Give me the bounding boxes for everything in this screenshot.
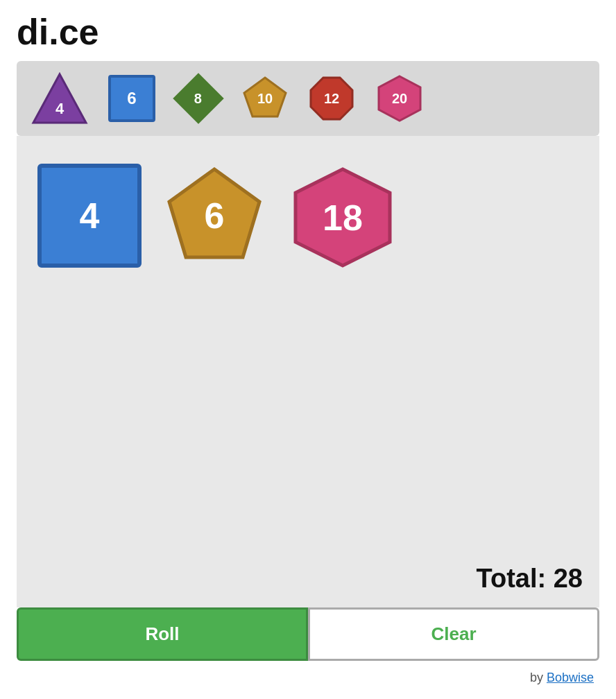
app-title: di.ce: [17, 14, 599, 50]
footer-prefix: by: [530, 671, 547, 684]
rolled-die-d6[interactable]: 4: [37, 164, 142, 268]
buttons-row: Roll Clear: [17, 607, 599, 661]
rolled-d6-value: 4: [80, 195, 100, 236]
dice-picker: 4 6 8 10: [17, 61, 599, 136]
clear-button[interactable]: Clear: [308, 607, 599, 661]
hexagon-icon: 20: [375, 74, 425, 123]
rolled-die-d10[interactable]: 6: [162, 164, 266, 268]
die-option-d20[interactable]: 20: [375, 74, 425, 123]
die-option-d8[interactable]: 8: [175, 75, 222, 122]
footer: by Bobwise: [17, 661, 599, 685]
d20-label: 20: [392, 91, 407, 107]
rolled-die-d20[interactable]: 18: [287, 164, 398, 271]
total-display: Total: 28: [477, 564, 583, 594]
d6-label: 6: [127, 89, 136, 108]
die-option-d4[interactable]: 4: [31, 71, 89, 126]
rolled-pentagon: 6: [162, 164, 266, 268]
rolled-hexagon: 18: [287, 164, 398, 271]
rolled-d10-value: 6: [205, 195, 225, 236]
d8-label: 8: [194, 91, 202, 107]
octagon-icon: 12: [308, 75, 355, 122]
d12-label: 12: [324, 91, 339, 107]
d10-label: 10: [257, 91, 273, 107]
die-option-d12[interactable]: 12: [308, 75, 355, 122]
die-option-d6[interactable]: 6: [108, 75, 155, 122]
diamond-icon: 8: [173, 73, 224, 124]
rolled-d20-value: 18: [323, 197, 363, 239]
roll-button[interactable]: Roll: [17, 607, 308, 661]
rolled-square: 4: [37, 164, 142, 268]
pentagon-icon: 10: [241, 75, 289, 122]
d4-label: 4: [55, 100, 64, 118]
die-option-d10[interactable]: 10: [241, 75, 289, 122]
footer-author-link[interactable]: Bobwise: [547, 671, 594, 684]
square-icon: 6: [108, 75, 155, 122]
roll-area: 4 6 18 Total: 28: [17, 136, 599, 607]
